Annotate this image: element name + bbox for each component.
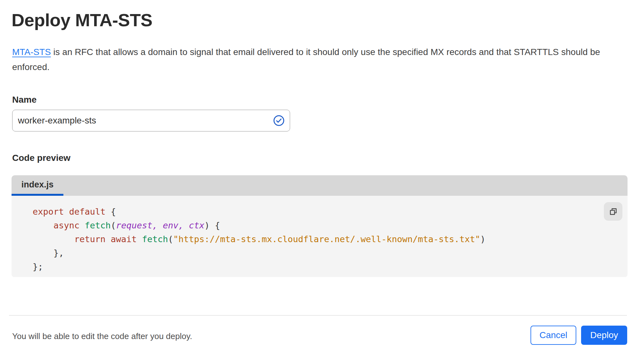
description-text: is an RFC that allows a domain to signal…	[12, 47, 600, 72]
code-preview-card: index.js export default { async fetch(re…	[12, 175, 628, 277]
name-input-wrapper	[12, 110, 290, 131]
footer-note: You will be able to edit the code after …	[12, 331, 192, 341]
copy-button[interactable]	[604, 202, 622, 221]
deploy-button[interactable]: Deploy	[581, 326, 627, 345]
mta-sts-link[interactable]: MTA-STS	[12, 47, 51, 57]
tab-index-js[interactable]: index.js	[12, 175, 63, 196]
cancel-button[interactable]: Cancel	[531, 326, 576, 345]
page-title: Deploy MTA-STS	[12, 10, 152, 30]
name-input[interactable]	[12, 110, 290, 131]
name-label: Name	[12, 95, 36, 105]
code-content: export default { async fetch(request, en…	[33, 205, 605, 273]
check-circle-icon	[273, 115, 285, 127]
code-preview-label: Code preview	[12, 153, 70, 163]
code-tab-bar: index.js	[12, 175, 628, 196]
copy-icon	[608, 207, 618, 217]
description: MTA-STS is an RFC that allows a domain t…	[12, 44, 612, 75]
code-editor[interactable]: export default { async fetch(request, en…	[12, 196, 628, 277]
footer-divider	[9, 315, 627, 316]
tab-label: index.js	[21, 180, 54, 190]
